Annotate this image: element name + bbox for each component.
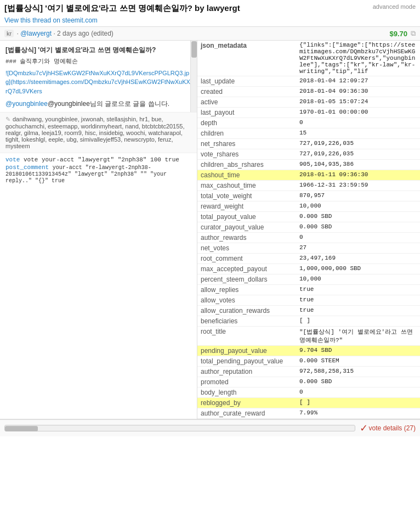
- lang-tag: kr: [4, 30, 14, 37]
- metadata-key: root_comment: [197, 254, 296, 264]
- metadata-key: last_update: [197, 76, 296, 87]
- metadata-key: net_rshares: [197, 139, 296, 149]
- metadata-key: total_pending_payout_value: [197, 356, 296, 367]
- vertical-scrollbar[interactable]: [190, 41, 197, 112]
- tags-section: ✎danihwang, youngbinlee, jxwonah, stella…: [0, 112, 197, 153]
- metadata-value: 0: [296, 233, 420, 243]
- metadata-value: 1966-12-31 23:59:59: [296, 181, 420, 191]
- metadata-value: 1,000,000,000 SBD: [296, 264, 420, 274]
- metadata-key: max_accepted_payout: [197, 264, 296, 274]
- metadata-value: 0.000 SBD: [296, 377, 420, 388]
- metadata-key: pending_payout_value: [197, 346, 296, 356]
- post-preview: [법률상식] '여기 별로에요'라고 쓰면 명예훼손일까? ### 솔직후기와 …: [0, 41, 197, 419]
- metadata-key: total_vote_weight: [197, 191, 296, 201]
- metadata-table: json_metadata {"links":["image":["https:…: [197, 41, 420, 419]
- cmd-vote-key: vote: [5, 156, 20, 163]
- edited-label: (edited): [91, 30, 113, 37]
- metadata-key: created: [197, 87, 296, 97]
- page-title: [법률상식] '여기 별로에요'라고 쓰면 명예훼손일까? by lawyerg…: [4, 3, 416, 14]
- metadata-key: root_title: [197, 327, 296, 346]
- metadata-value: 0: [296, 118, 420, 128]
- metadata-key: children: [197, 128, 296, 139]
- metadata-value: 10,000: [296, 274, 420, 285]
- metadata-value: 727,019,226,035: [296, 149, 420, 160]
- metadata-key: max_cashout_time: [197, 181, 296, 191]
- meta-right: $9.70 ⧉: [389, 29, 416, 38]
- metadata-value: 10,000: [296, 201, 420, 212]
- payout-value: $9.70: [389, 30, 407, 38]
- metadata-value: 870,957: [296, 191, 420, 201]
- page-header: advanced mode [법률상식] '여기 별로에요'라고 쓰면 명예훼손…: [0, 0, 420, 27]
- metadata-value: 2018-01-04 09:36:30: [296, 87, 420, 97]
- metadata-key: author_curate_reward: [197, 408, 296, 419]
- tag-icon: ✎: [5, 116, 10, 122]
- metadata-value: 727,019,226,035: [296, 139, 420, 149]
- metadata-value: true: [296, 285, 420, 295]
- metadata-key: percent_steem_dollars: [197, 274, 296, 285]
- external-link-icon[interactable]: ⧉: [411, 29, 416, 38]
- metadata-key: allow_votes: [197, 295, 296, 306]
- tags-list: danihwang, youngbinlee, jxwonah, stellas…: [5, 116, 185, 149]
- meta-bar: kr · @lawyergt · 2 days ago (edited) $9.…: [0, 27, 420, 41]
- metadata-value: 7.99%: [296, 408, 420, 419]
- metadata-value: 0.000 SBD: [296, 212, 420, 222]
- post-image-link: ![DQmbzku7cVjhHSEwKGW2FtNwXuKXrQ7dL9VKer…: [5, 69, 191, 96]
- time-ago: 2 days ago: [57, 30, 89, 37]
- metadata-key: last_payout: [197, 108, 296, 118]
- metadata-value: 9.704 SBD: [296, 346, 420, 356]
- metadata-value: 2018-01-04 12:09:27: [296, 76, 420, 87]
- post-body-header: ### 솔직후기와 명예훼손: [5, 57, 191, 66]
- metadata-key: author_rewards: [197, 233, 296, 243]
- post-author-line: @youngbinlee@youngbinlee님의 글로으로 글을 씁니다.: [5, 99, 191, 109]
- metadata-value: [ ]: [296, 316, 420, 327]
- vote-details-button[interactable]: ✓ vote details (27): [360, 422, 416, 434]
- metadata-key: promoted: [197, 377, 296, 388]
- metadata-key: reward_weight: [197, 201, 296, 212]
- metadata-value: 2018-01-11 09:36:30: [296, 170, 420, 181]
- post-body: [법률상식] '여기 별로에요'라고 쓰면 명예훼손일까? ### 솔직후기와 …: [0, 41, 197, 112]
- metadata-key: allow_replies: [197, 285, 296, 295]
- metadata-key: depth: [197, 118, 296, 128]
- metadata-key: net_votes: [197, 243, 296, 254]
- cmd-post-key: post_comment: [5, 164, 49, 171]
- post-author[interactable]: @youngbinlee: [5, 100, 48, 108]
- metadata-value: 15: [296, 128, 420, 139]
- json-metadata-value: {"links":["image":["https://steemitimage…: [296, 41, 420, 76]
- metadata-value: 0: [296, 388, 420, 398]
- metadata-key: author_reputation: [197, 367, 296, 377]
- json-metadata-key: json_metadata: [197, 41, 296, 76]
- commands-section: vote vote your-acct "lawyergt" "2nph38" …: [0, 153, 197, 188]
- scrollbar-thumb: [191, 41, 197, 58]
- horizontal-scrollbar[interactable]: [4, 425, 355, 431]
- author-line-text: @youngbinlee님의 글로으로 글을 씁니다.: [48, 100, 169, 108]
- metadata-value: 1970-01-01 00:00:00: [296, 108, 420, 118]
- post-title: [법률상식] '여기 별로에요'라고 쓰면 명예훼손일까?: [5, 45, 191, 55]
- metadata-value: [ ]: [296, 398, 420, 408]
- meta-left: kr · @lawyergt · 2 days ago (edited): [4, 30, 113, 37]
- steemit-link[interactable]: View this thread on steemit.com: [4, 16, 98, 24]
- metadata-panel: json_metadata {"links":["image":["https:…: [197, 41, 420, 419]
- metadata-key: vote_rshares: [197, 149, 296, 160]
- checkmark-icon: ✓: [360, 422, 368, 434]
- metadata-key: allow_curation_rewards: [197, 306, 296, 316]
- metadata-value: 0.000 SBD: [296, 222, 420, 233]
- metadata-key: beneficiaries: [197, 316, 296, 327]
- metadata-value: 972,588,258,315: [296, 367, 420, 377]
- vote-details-label: vote details (27): [369, 424, 416, 432]
- metadata-value: true: [296, 306, 420, 316]
- metadata-key: curator_payout_value: [197, 222, 296, 233]
- bottom-bar: ✓ vote details (27): [0, 419, 420, 436]
- advanced-mode-link[interactable]: advanced mode: [373, 3, 416, 10]
- metadata-value: "[법률상식] '여기 별로에요'라고 쓰면 명예훼손일까?": [296, 327, 420, 346]
- metadata-value: 27: [296, 243, 420, 254]
- metadata-value: 0.000 STEEM: [296, 356, 420, 367]
- metadata-value: 2018-01-05 15:07:24: [296, 97, 420, 108]
- metadata-key: cashout_time: [197, 170, 296, 181]
- author[interactable]: @lawyergt: [20, 30, 52, 37]
- metadata-value: 905,104,935,386: [296, 160, 420, 170]
- metadata-key: total_payout_value: [197, 212, 296, 222]
- metadata-value: true: [296, 295, 420, 306]
- cmd-vote-value: vote your-acct "lawyergt" "2nph38" 100 t…: [24, 156, 179, 163]
- metadata-value: 23,497,169: [296, 254, 420, 264]
- command-line-2: post_comment your-acct "re-lawyergt-2nph…: [5, 164, 191, 184]
